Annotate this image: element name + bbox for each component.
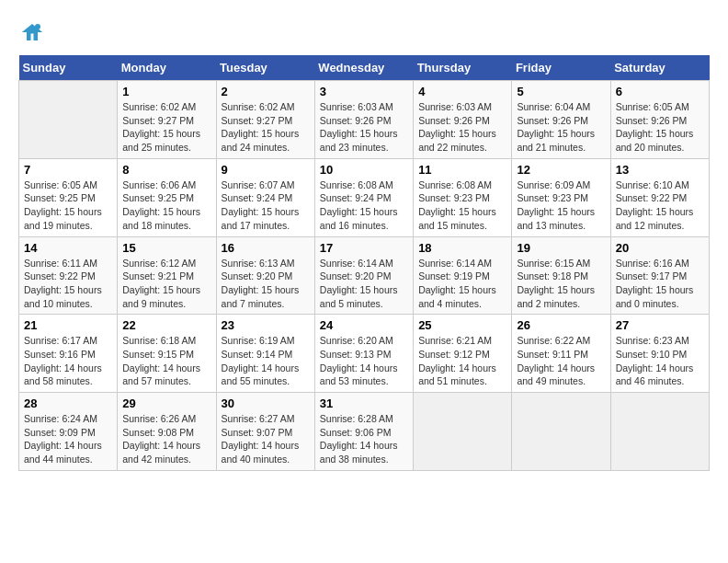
day-info: Sunrise: 6:15 AM Sunset: 9:18 PM Dayligh… xyxy=(517,257,605,311)
header-row: SundayMondayTuesdayWednesdayThursdayFrid… xyxy=(19,55,710,81)
day-number: 9 xyxy=(222,163,310,177)
day-cell: 9Sunrise: 6:07 AM Sunset: 9:24 PM Daylig… xyxy=(216,158,314,236)
svg-point-1 xyxy=(35,24,40,29)
day-cell: 15Sunrise: 6:12 AM Sunset: 9:21 PM Dayli… xyxy=(118,236,216,315)
day-info: Sunrise: 6:17 AM Sunset: 9:16 PM Dayligh… xyxy=(24,334,112,388)
day-info: Sunrise: 6:08 AM Sunset: 9:23 PM Dayligh… xyxy=(418,178,506,233)
day-info: Sunrise: 6:18 AM Sunset: 9:15 PM Dayligh… xyxy=(122,334,210,388)
day-info: Sunrise: 6:02 AM Sunset: 9:27 PM Dayligh… xyxy=(222,100,310,155)
day-info: Sunrise: 6:04 AM Sunset: 9:26 PM Dayligh… xyxy=(517,100,605,155)
day-number: 2 xyxy=(222,85,310,98)
week-row: 28Sunrise: 6:24 AM Sunset: 9:09 PM Dayli… xyxy=(19,393,710,471)
day-number: 8 xyxy=(122,163,210,177)
day-info: Sunrise: 6:22 AM Sunset: 9:11 PM Dayligh… xyxy=(517,334,605,388)
week-row: 7Sunrise: 6:05 AM Sunset: 9:25 PM Daylig… xyxy=(19,158,710,236)
day-info: Sunrise: 6:23 AM Sunset: 9:10 PM Dayligh… xyxy=(616,334,704,388)
day-cell: 21Sunrise: 6:17 AM Sunset: 9:16 PM Dayli… xyxy=(19,315,118,393)
day-number: 22 xyxy=(122,318,210,332)
day-cell: 27Sunrise: 6:23 AM Sunset: 9:10 PM Dayli… xyxy=(610,315,709,393)
day-number: 6 xyxy=(616,85,704,98)
calendar-table: SundayMondayTuesdayWednesdayThursdayFrid… xyxy=(18,55,710,471)
day-number: 15 xyxy=(122,241,210,255)
day-cell: 28Sunrise: 6:24 AM Sunset: 9:09 PM Dayli… xyxy=(19,393,118,471)
day-info: Sunrise: 6:06 AM Sunset: 9:25 PM Dayligh… xyxy=(122,178,210,233)
day-info: Sunrise: 6:28 AM Sunset: 9:06 PM Dayligh… xyxy=(320,412,408,466)
day-cell: 11Sunrise: 6:08 AM Sunset: 9:23 PM Dayli… xyxy=(414,158,512,236)
day-cell: 1Sunrise: 6:02 AM Sunset: 9:27 PM Daylig… xyxy=(118,81,216,159)
page-header xyxy=(18,18,710,46)
day-number: 21 xyxy=(24,318,112,332)
day-info: Sunrise: 6:26 AM Sunset: 9:08 PM Dayligh… xyxy=(122,412,210,466)
day-cell: 19Sunrise: 6:15 AM Sunset: 9:18 PM Dayli… xyxy=(512,236,610,315)
day-number: 7 xyxy=(24,163,112,177)
day-number: 5 xyxy=(517,85,605,98)
day-cell: 6Sunrise: 6:05 AM Sunset: 9:26 PM Daylig… xyxy=(610,81,709,159)
day-cell: 30Sunrise: 6:27 AM Sunset: 9:07 PM Dayli… xyxy=(216,393,314,471)
day-number: 31 xyxy=(320,396,408,410)
day-info: Sunrise: 6:16 AM Sunset: 9:17 PM Dayligh… xyxy=(616,257,704,311)
day-cell: 23Sunrise: 6:19 AM Sunset: 9:14 PM Dayli… xyxy=(216,315,314,393)
calendar-body: 1Sunrise: 6:02 AM Sunset: 9:27 PM Daylig… xyxy=(19,81,710,471)
day-cell: 2Sunrise: 6:02 AM Sunset: 9:27 PM Daylig… xyxy=(216,81,314,159)
day-number: 29 xyxy=(122,396,210,410)
day-info: Sunrise: 6:02 AM Sunset: 9:27 PM Dayligh… xyxy=(122,100,210,155)
header-cell-tuesday: Tuesday xyxy=(216,55,314,81)
day-cell: 7Sunrise: 6:05 AM Sunset: 9:25 PM Daylig… xyxy=(19,158,118,236)
day-number: 30 xyxy=(222,396,310,410)
day-cell: 13Sunrise: 6:10 AM Sunset: 9:22 PM Dayli… xyxy=(610,158,709,236)
day-info: Sunrise: 6:19 AM Sunset: 9:14 PM Dayligh… xyxy=(222,334,310,388)
day-cell: 31Sunrise: 6:28 AM Sunset: 9:06 PM Dayli… xyxy=(314,393,413,471)
day-cell: 16Sunrise: 6:13 AM Sunset: 9:20 PM Dayli… xyxy=(216,236,314,315)
day-number: 4 xyxy=(418,85,506,98)
day-cell: 14Sunrise: 6:11 AM Sunset: 9:22 PM Dayli… xyxy=(19,236,118,315)
header-cell-thursday: Thursday xyxy=(414,55,512,81)
day-number: 26 xyxy=(517,318,605,332)
header-cell-sunday: Sunday xyxy=(19,55,118,81)
day-info: Sunrise: 6:09 AM Sunset: 9:23 PM Dayligh… xyxy=(517,178,605,233)
week-row: 14Sunrise: 6:11 AM Sunset: 9:22 PM Dayli… xyxy=(19,236,710,315)
day-number: 28 xyxy=(24,396,112,410)
day-number: 25 xyxy=(418,318,506,332)
day-cell xyxy=(414,393,512,471)
day-number: 27 xyxy=(616,318,704,332)
day-cell: 17Sunrise: 6:14 AM Sunset: 9:20 PM Dayli… xyxy=(314,236,413,315)
day-info: Sunrise: 6:03 AM Sunset: 9:26 PM Dayligh… xyxy=(418,100,506,155)
day-number: 13 xyxy=(616,163,704,177)
day-info: Sunrise: 6:21 AM Sunset: 9:12 PM Dayligh… xyxy=(418,334,506,388)
day-info: Sunrise: 6:07 AM Sunset: 9:24 PM Dayligh… xyxy=(222,178,310,233)
day-info: Sunrise: 6:05 AM Sunset: 9:26 PM Dayligh… xyxy=(616,100,704,155)
day-cell: 3Sunrise: 6:03 AM Sunset: 9:26 PM Daylig… xyxy=(314,81,413,159)
day-cell: 29Sunrise: 6:26 AM Sunset: 9:08 PM Dayli… xyxy=(118,393,216,471)
day-cell: 25Sunrise: 6:21 AM Sunset: 9:12 PM Dayli… xyxy=(414,315,512,393)
day-cell: 5Sunrise: 6:04 AM Sunset: 9:26 PM Daylig… xyxy=(512,81,610,159)
week-row: 21Sunrise: 6:17 AM Sunset: 9:16 PM Dayli… xyxy=(19,315,710,393)
day-cell: 10Sunrise: 6:08 AM Sunset: 9:24 PM Dayli… xyxy=(314,158,413,236)
day-info: Sunrise: 6:08 AM Sunset: 9:24 PM Dayligh… xyxy=(320,178,408,233)
day-cell: 4Sunrise: 6:03 AM Sunset: 9:26 PM Daylig… xyxy=(414,81,512,159)
day-number: 24 xyxy=(320,318,408,332)
day-number: 17 xyxy=(320,241,408,255)
header-cell-friday: Friday xyxy=(512,55,610,81)
day-number: 11 xyxy=(418,163,506,177)
day-cell: 20Sunrise: 6:16 AM Sunset: 9:17 PM Dayli… xyxy=(610,236,709,315)
header-cell-monday: Monday xyxy=(118,55,216,81)
day-info: Sunrise: 6:14 AM Sunset: 9:19 PM Dayligh… xyxy=(418,257,506,311)
day-number: 20 xyxy=(616,241,704,255)
day-number: 23 xyxy=(222,318,310,332)
day-cell: 8Sunrise: 6:06 AM Sunset: 9:25 PM Daylig… xyxy=(118,158,216,236)
day-info: Sunrise: 6:10 AM Sunset: 9:22 PM Dayligh… xyxy=(616,178,704,233)
day-number: 10 xyxy=(320,163,408,177)
day-info: Sunrise: 6:24 AM Sunset: 9:09 PM Dayligh… xyxy=(24,412,112,466)
day-cell: 18Sunrise: 6:14 AM Sunset: 9:19 PM Dayli… xyxy=(414,236,512,315)
day-cell xyxy=(512,393,610,471)
day-info: Sunrise: 6:11 AM Sunset: 9:22 PM Dayligh… xyxy=(24,257,112,311)
logo xyxy=(18,18,50,46)
day-info: Sunrise: 6:14 AM Sunset: 9:20 PM Dayligh… xyxy=(320,257,408,311)
day-info: Sunrise: 6:03 AM Sunset: 9:26 PM Dayligh… xyxy=(320,100,408,155)
day-cell: 24Sunrise: 6:20 AM Sunset: 9:13 PM Dayli… xyxy=(314,315,413,393)
day-cell: 26Sunrise: 6:22 AM Sunset: 9:11 PM Dayli… xyxy=(512,315,610,393)
day-cell xyxy=(19,81,118,159)
header-cell-saturday: Saturday xyxy=(610,55,709,81)
day-info: Sunrise: 6:05 AM Sunset: 9:25 PM Dayligh… xyxy=(24,178,112,233)
day-number: 1 xyxy=(122,85,210,98)
